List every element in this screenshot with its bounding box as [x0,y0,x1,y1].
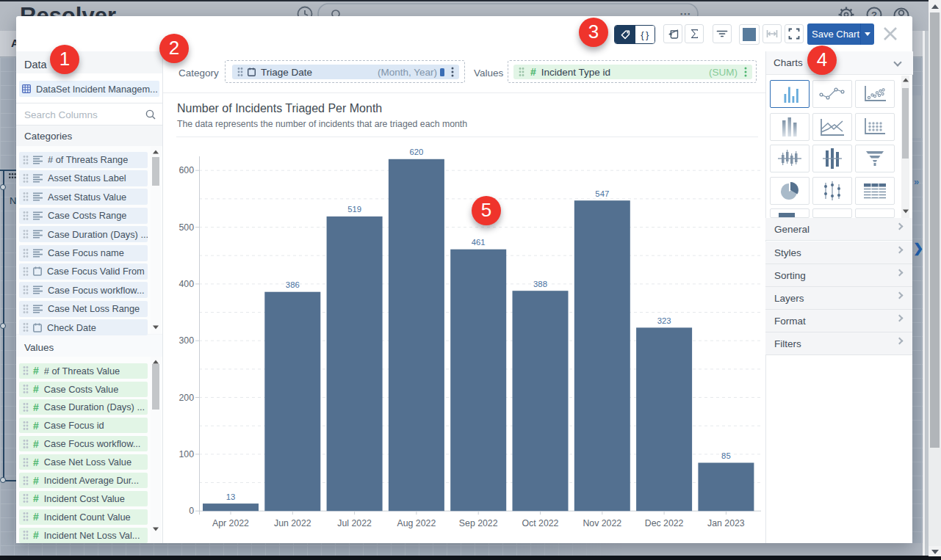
svg-text:100: 100 [179,449,194,459]
svg-text:323: 323 [657,316,671,325]
svg-text:0: 0 [189,506,194,516]
svg-text:519: 519 [347,205,361,214]
svg-text:Nov 2022: Nov 2022 [583,518,621,528]
svg-text:The data represents the number: The data represents the number of incide… [177,119,467,129]
svg-text:461: 461 [472,238,486,247]
svg-text:13: 13 [226,492,236,501]
svg-text:200: 200 [179,393,194,403]
svg-text:300: 300 [179,335,194,346]
svg-text:600: 600 [179,165,194,175]
svg-text:500: 500 [179,222,194,233]
svg-text:Aug 2022: Aug 2022 [397,518,436,528]
svg-text:Dec 2022: Dec 2022 [645,518,684,528]
svg-text:Jul 2022: Jul 2022 [337,518,372,528]
svg-text:Oct 2022: Oct 2022 [522,518,559,528]
svg-text:620: 620 [409,148,423,156]
svg-text:547: 547 [595,189,609,198]
svg-text:400: 400 [179,279,194,289]
svg-text:Jan 2023: Jan 2023 [707,518,745,528]
svg-text:Jun 2022: Jun 2022 [274,518,311,528]
svg-text:Number of Incidents Triaged Pe: Number of Incidents Triaged Per Month [177,102,382,114]
svg-text:386: 386 [286,280,300,289]
svg-text:388: 388 [533,280,547,288]
svg-text:85: 85 [721,451,731,460]
svg-text:Sep 2022: Sep 2022 [459,518,498,528]
svg-text:Apr 2022: Apr 2022 [212,518,249,528]
